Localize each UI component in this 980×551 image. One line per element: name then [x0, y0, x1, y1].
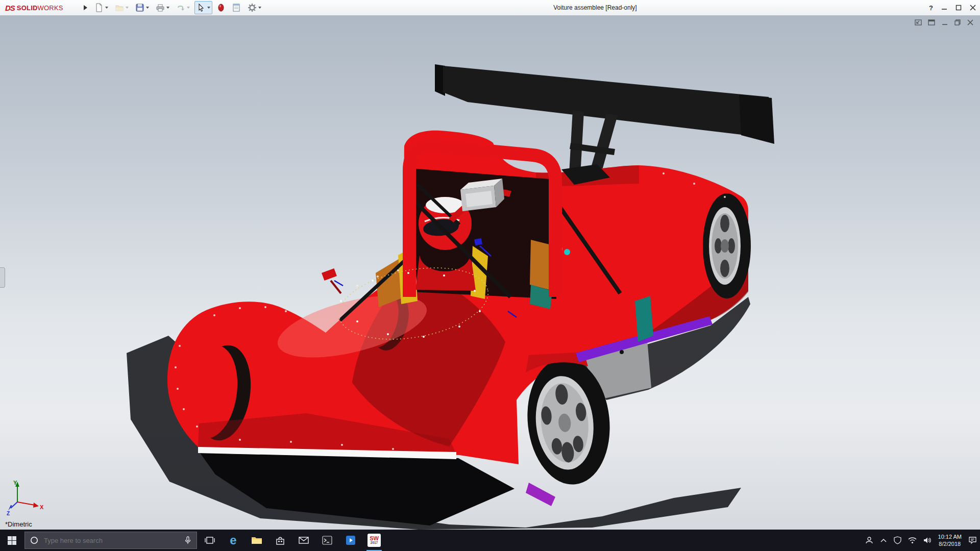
new-document-icon — [94, 3, 104, 12]
side-window — [635, 296, 653, 342]
print-button[interactable] — [154, 1, 172, 14]
clock-time: 10:12 AM — [938, 533, 962, 540]
open-button[interactable] — [113, 1, 131, 14]
options-caret-icon[interactable] — [258, 7, 261, 9]
start-icon — [8, 536, 16, 545]
store-button[interactable] — [268, 530, 292, 551]
sw-badge-year: 2017 — [371, 541, 378, 545]
media-player-icon — [346, 535, 356, 545]
options-button[interactable] — [246, 1, 263, 14]
drawing-sheet-icon — [232, 3, 241, 12]
undo-caret-icon — [187, 7, 190, 9]
drawing-sheet-button[interactable] — [230, 1, 243, 14]
logo-text-works: WORKS — [38, 4, 63, 12]
mail-icon — [299, 536, 309, 544]
open-folder-icon — [115, 3, 124, 12]
graphics-viewport[interactable]: Y X Z *Dimetric — [0, 15, 980, 530]
select-caret-icon[interactable] — [207, 7, 210, 9]
windows-taskbar: e — [0, 530, 980, 551]
side-mirror — [322, 268, 341, 293]
solidworks-app-icon: SW 2017 — [368, 534, 381, 547]
defender-shield-icon[interactable] — [894, 536, 901, 544]
new-document-button[interactable] — [92, 1, 110, 14]
file-explorer-icon — [251, 536, 262, 545]
car-model-render — [0, 15, 980, 530]
document-window-controls — [915, 19, 974, 26]
screen: DS SOLIDWORKS — [0, 0, 980, 551]
undo-icon — [176, 3, 185, 12]
search-input[interactable] — [43, 536, 180, 545]
appearance-icon — [217, 3, 225, 12]
panel-collapse-tab[interactable] — [0, 267, 5, 288]
maximize-button[interactable] — [955, 5, 962, 11]
people-icon[interactable] — [865, 536, 873, 544]
close-button[interactable] — [970, 5, 976, 11]
solidworks-app-button[interactable]: SW 2017 — [362, 530, 386, 551]
menu-expand-icon[interactable] — [84, 5, 87, 10]
options-gear-icon — [248, 3, 257, 12]
logo-text-solid: SOLID — [17, 4, 38, 12]
print-caret-icon[interactable] — [166, 7, 169, 9]
view-orientation-label: *Dimetric — [5, 520, 32, 528]
select-tool-button[interactable] — [194, 1, 212, 14]
task-view-icon — [205, 536, 215, 545]
window-title: Voiture assemblee [Read-only] — [553, 4, 636, 11]
restore-icon[interactable] — [954, 19, 961, 26]
volume-icon[interactable] — [923, 537, 932, 544]
print-icon — [156, 3, 165, 12]
appearance-button[interactable] — [215, 1, 227, 14]
solidworks-logo: DS SOLIDWORKS — [0, 3, 82, 12]
microphone-icon[interactable] — [184, 536, 191, 544]
dock-window-icon[interactable] — [915, 19, 922, 26]
minimize-button[interactable] — [941, 5, 947, 11]
edge-icon: e — [230, 534, 236, 546]
triad-x-label: X — [40, 504, 44, 510]
front-splitter — [200, 453, 514, 525]
notification-center-icon[interactable] — [968, 536, 977, 544]
help-button[interactable]: ? — [929, 5, 933, 11]
save-button[interactable] — [133, 1, 151, 14]
side-fastener — [620, 350, 624, 354]
chevron-up-icon[interactable] — [880, 538, 887, 543]
command-prompt-icon — [322, 536, 332, 545]
minimize-icon[interactable] — [941, 19, 948, 26]
edge-button[interactable]: e — [222, 530, 245, 551]
cortana-circle-icon — [30, 536, 38, 544]
task-view-button[interactable] — [198, 530, 222, 551]
save-icon — [135, 3, 144, 12]
open-caret-icon — [126, 7, 129, 9]
taskbar-clock[interactable]: 10:12 AM 8/2/2018 — [938, 533, 962, 547]
triad-z-label: Z — [7, 511, 10, 515]
start-button[interactable] — [0, 530, 23, 551]
cyan-marker — [564, 249, 570, 255]
new-caret-icon[interactable] — [105, 7, 108, 9]
system-tray: 10:12 AM 8/2/2018 — [865, 533, 980, 547]
media-player-button[interactable] — [339, 530, 362, 551]
orientation-triad: Y X Z — [6, 479, 47, 515]
mail-button[interactable] — [292, 530, 315, 551]
network-icon[interactable] — [908, 537, 917, 544]
triad-y-label: Y — [13, 480, 17, 486]
ds-logo-icon: DS — [5, 4, 15, 12]
window-controls: ? — [929, 0, 976, 15]
float-window-icon[interactable] — [928, 19, 936, 26]
select-arrow-icon — [197, 3, 206, 12]
taskbar-search[interactable] — [24, 532, 197, 549]
purple-lower-streak — [526, 483, 555, 506]
undo-button[interactable] — [174, 1, 192, 14]
save-caret-icon[interactable] — [146, 7, 149, 9]
store-icon — [276, 536, 285, 545]
file-explorer-button[interactable] — [245, 530, 268, 551]
command-prompt-button[interactable] — [315, 530, 339, 551]
close-icon[interactable] — [967, 19, 974, 26]
quick-toolbar — [92, 1, 263, 14]
rear-far-wheel — [703, 193, 751, 298]
titlebar[interactable]: DS SOLIDWORKS — [0, 0, 980, 16]
clock-date: 8/2/2018 — [938, 540, 962, 547]
